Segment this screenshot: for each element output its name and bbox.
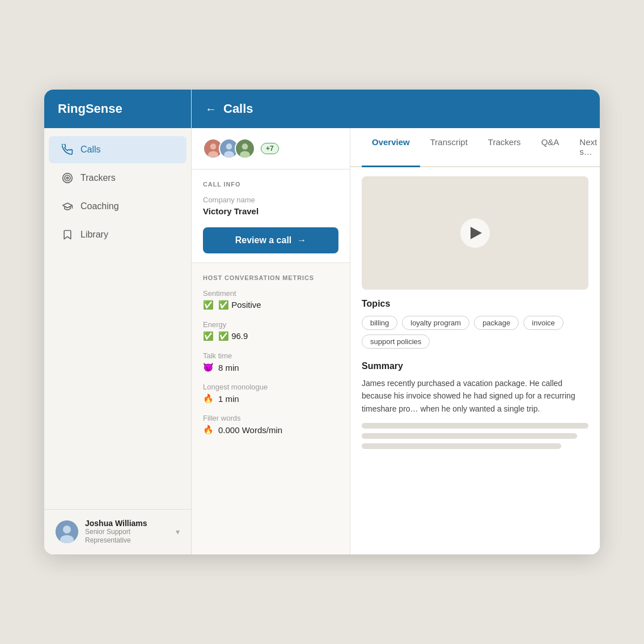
svg-point-1 <box>65 175 70 181</box>
svg-point-2 <box>66 177 68 179</box>
review-call-button[interactable]: Review a call → <box>203 227 338 253</box>
summary-heading: Summary <box>362 361 588 371</box>
user-name: Joshua Williams <box>85 519 169 528</box>
call-info-label: CALL INFO <box>203 181 338 188</box>
tab-transcript[interactable]: Transcript <box>420 128 478 167</box>
page-title: Calls <box>223 101 253 116</box>
sidebar-item-trackers[interactable]: Trackers <box>49 164 187 192</box>
play-button[interactable] <box>460 218 490 248</box>
summary-line-3 <box>362 443 561 449</box>
metric-energy-value: ✅ ✅ 96.9 <box>203 331 338 341</box>
tab-overview[interactable]: Overview <box>362 128 420 167</box>
topics-heading: Topics <box>362 299 588 309</box>
metric-monologue: Longest monologue 🔥 1 min <box>203 383 338 404</box>
video-player[interactable] <box>362 176 588 290</box>
back-button[interactable]: ← <box>205 103 217 116</box>
topic-billing[interactable]: billing <box>362 316 397 330</box>
avatar-stack <box>203 138 255 159</box>
metric-filler-label: Filler words <box>203 414 338 422</box>
sidebar-nav: Calls Trackers C <box>44 128 191 509</box>
user-info: Joshua Williams Senior SupportRepresenta… <box>85 519 169 545</box>
app-layout: RingSense Calls <box>44 90 600 554</box>
phone-icon <box>61 143 74 156</box>
sidebar-library-label: Library <box>80 230 108 240</box>
metric-energy: Energy ✅ ✅ 96.9 <box>203 320 338 341</box>
svg-point-11 <box>224 151 234 158</box>
topic-package[interactable]: package <box>474 316 519 330</box>
metric-monologue-value: 🔥 1 min <box>203 393 338 404</box>
right-panel: Overview Transcript Trackers Q&A Next s… <box>350 128 600 554</box>
sidebar-item-coaching[interactable]: Coaching <box>49 193 187 220</box>
metric-filler-value: 🔥 0.000 Words/min <box>203 425 338 435</box>
sidebar-item-calls[interactable]: Calls <box>49 136 187 163</box>
svg-point-8 <box>208 151 218 158</box>
svg-point-14 <box>240 151 250 158</box>
topics-list: billing loyalty program package invoice … <box>362 316 588 349</box>
topic-loyalty[interactable]: loyalty program <box>402 316 469 330</box>
participants-bar: +7 <box>192 128 350 170</box>
chevron-down-icon[interactable]: ▾ <box>176 527 180 536</box>
metric-energy-label: Energy <box>203 320 338 329</box>
sidebar-item-library[interactable]: Library <box>49 221 187 248</box>
summary-line-2 <box>362 433 577 439</box>
sidebar: RingSense Calls <box>44 90 192 554</box>
metric-sentiment: Sentiment ✅ ✅ Positive <box>203 289 338 310</box>
arrow-right-icon: → <box>297 235 306 245</box>
play-triangle-icon <box>471 227 482 239</box>
main-content: ← Calls <box>192 90 600 554</box>
topic-invoice[interactable]: invoice <box>523 316 563 330</box>
tabs-bar: Overview Transcript Trackers Q&A Next s… <box>350 128 600 167</box>
metric-sentiment-value: ✅ ✅ Positive <box>203 300 338 310</box>
bookmark-icon <box>61 228 74 241</box>
sidebar-trackers-label: Trackers <box>80 173 116 183</box>
sidebar-calls-label: Calls <box>80 145 101 155</box>
metric-talk-value: 😈 8 min <box>203 362 338 372</box>
svg-point-10 <box>226 143 232 150</box>
company-name-label: Company name <box>203 196 338 204</box>
company-name-value: Victory Travel <box>203 206 338 216</box>
graduation-icon <box>61 200 74 213</box>
content-area: +7 CALL INFO Company name Victory Travel… <box>192 128 600 554</box>
top-bar: ← Calls <box>192 90 600 128</box>
left-panel: +7 CALL INFO Company name Victory Travel… <box>192 128 350 554</box>
summary-line-1 <box>362 423 588 429</box>
topic-support[interactable]: support policies <box>362 334 430 349</box>
metrics-label: HOST CONVERSATION METRICS <box>203 274 338 281</box>
svg-point-0 <box>63 173 73 183</box>
tab-trackers[interactable]: Trackers <box>478 128 531 167</box>
metric-sentiment-label: Sentiment <box>203 289 338 298</box>
summary-text: James recently purchased a vacation pack… <box>362 377 588 415</box>
user-role: Senior SupportRepresentative <box>85 528 169 545</box>
participant-count-badge: +7 <box>261 143 279 154</box>
metric-monologue-label: Longest monologue <box>203 383 338 391</box>
metric-talk-time: Talk time 😈 8 min <box>203 351 338 372</box>
target-icon <box>61 172 74 184</box>
call-info-section: CALL INFO Company name Victory Travel Re… <box>192 170 350 263</box>
metric-talk-label: Talk time <box>203 351 338 360</box>
tab-next-steps[interactable]: Next s… <box>569 128 600 167</box>
svg-point-7 <box>210 143 217 150</box>
metric-filler: Filler words 🔥 0.000 Words/min <box>203 414 338 435</box>
sidebar-coaching-label: Coaching <box>80 201 119 211</box>
participant-avatar-3 <box>235 138 255 159</box>
metrics-section: HOST CONVERSATION METRICS Sentiment ✅ ✅ … <box>192 263 350 456</box>
tab-qa[interactable]: Q&A <box>531 128 570 167</box>
brand-logo: RingSense <box>44 90 191 128</box>
overview-content: Topics billing loyalty program package i… <box>350 299 600 449</box>
user-profile[interactable]: Joshua Williams Senior SupportRepresenta… <box>44 509 191 554</box>
svg-point-13 <box>242 143 248 150</box>
svg-point-4 <box>63 526 71 533</box>
browser-window: RingSense Calls <box>44 90 600 554</box>
avatar <box>56 520 78 543</box>
summary-lines <box>362 423 588 449</box>
